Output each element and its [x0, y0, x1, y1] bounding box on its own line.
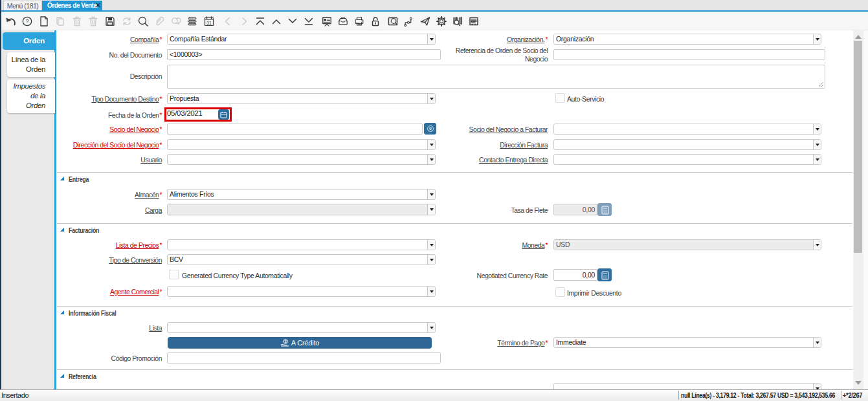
svg-text:31: 31 — [206, 21, 212, 25]
svg-text:?: ? — [25, 18, 28, 25]
